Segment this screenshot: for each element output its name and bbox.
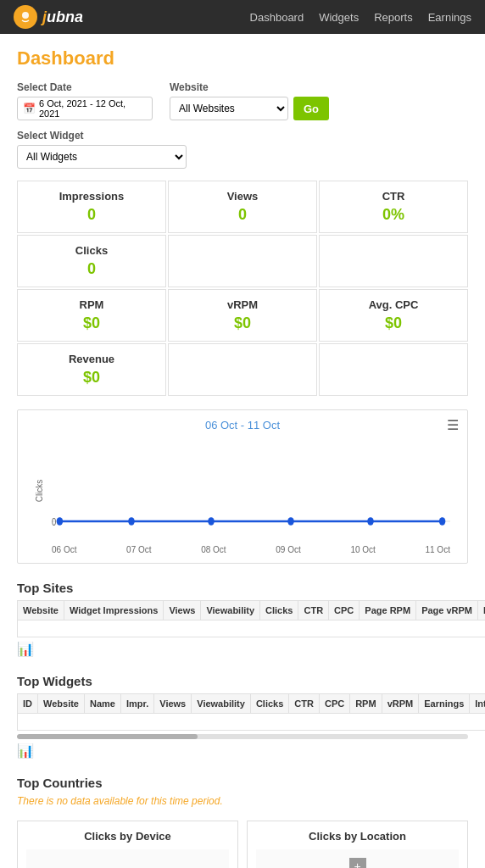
svg-point-4 — [128, 517, 135, 526]
clicks-by-device-area — [26, 849, 229, 868]
nav-widgets[interactable]: Widgets — [319, 11, 359, 24]
svg-text:0: 0 — [52, 516, 56, 527]
go-button[interactable]: Go — [293, 97, 329, 120]
clicks-placeholder-1 — [168, 235, 317, 287]
views-label: Views — [181, 190, 304, 203]
col-tw-ctr: CTR — [289, 694, 320, 714]
avg-cpc-value: $0 — [332, 314, 455, 332]
chart-date-range: 06 Oct - 11 Oct — [205, 419, 280, 431]
scroll-bar[interactable] — [17, 734, 468, 739]
clicks-by-location-area: + — [256, 849, 459, 868]
top-widgets-section: Top Widgets ID Website Name Impr. Views … — [17, 674, 468, 759]
impressions-label: Impressions — [30, 190, 153, 203]
rpm-value: $0 — [30, 314, 153, 332]
col-ctr: CTR — [298, 601, 329, 620]
logo-icon — [14, 5, 37, 29]
top-sites-export-icon[interactable]: 📊 — [17, 641, 34, 657]
svg-point-5 — [208, 517, 215, 526]
col-earnings: Earnings — [478, 601, 485, 620]
stats-row-3: RPM $0 vRPM $0 Avg. CPC $0 — [17, 289, 468, 342]
clicks-by-location-title: Clicks by Location — [256, 830, 459, 843]
col-tw-earnings: Earnings — [419, 694, 470, 714]
col-tw-rpm: RPM — [350, 694, 382, 714]
top-sites-empty-cell — [18, 620, 486, 637]
top-sites-empty-row — [18, 620, 486, 637]
stats-row-1: Impressions 0 Views 0 CTR 0% — [17, 181, 468, 233]
top-widgets-header-row: ID Website Name Impr. Views Viewability … — [18, 694, 486, 714]
main-content: Dashboard Select Date 📅 6 Oct, 2021 - 12… — [0, 34, 485, 868]
x-label-5: 11 Oct — [425, 545, 449, 554]
vrpm-label: vRPM — [181, 298, 304, 311]
col-page-vrpm: Page vRPM — [416, 601, 478, 620]
clicks-placeholder-2 — [319, 235, 468, 287]
col-tw-cpc: CPC — [319, 694, 349, 714]
logo-text: jubna — [42, 8, 83, 26]
date-input[interactable]: 📅 6 Oct, 2021 - 12 Oct, 2021 — [17, 97, 153, 120]
col-page-rpm: Page RPM — [360, 601, 416, 620]
date-value: 6 Oct, 2021 - 12 Oct, 2021 — [39, 98, 147, 119]
widget-select[interactable]: All Widgets — [17, 145, 187, 169]
widget-label: Select Widget — [17, 130, 84, 142]
chart-area: Clicks 0 — [52, 440, 450, 542]
chart-menu-icon[interactable]: ☰ — [447, 417, 459, 433]
logo: jubna — [14, 5, 83, 29]
col-tw-viewability: Viewability — [192, 694, 251, 714]
scroll-bar-inner — [17, 734, 198, 739]
chart-section: 06 Oct - 11 Oct ☰ Clicks 0 06 Oct 0 — [17, 409, 468, 564]
revenue-placeholder-2 — [319, 343, 468, 396]
svg-point-3 — [57, 517, 64, 526]
clicks-stat: Clicks 0 — [17, 235, 166, 287]
top-widgets-title: Top Widgets — [17, 674, 468, 688]
stats-row-2: Clicks 0 — [17, 235, 468, 287]
website-filter-group: Website All Websites Go — [170, 81, 329, 120]
x-label-1: 07 Oct — [126, 545, 151, 554]
col-viewability: Viewability — [201, 601, 260, 620]
chart-y-label: Clicks — [35, 480, 44, 503]
svg-point-7 — [367, 517, 374, 526]
top-countries-title: Top Countries — [17, 776, 468, 790]
calendar-icon: 📅 — [23, 103, 36, 114]
col-clicks: Clicks — [260, 601, 298, 620]
date-label: Select Date — [17, 81, 153, 93]
x-label-0: 06 Oct — [52, 545, 76, 554]
plus-button[interactable]: + — [349, 858, 366, 868]
revenue-stat: Revenue $0 — [17, 343, 166, 396]
svg-point-0 — [22, 12, 29, 19]
nav-dashboard[interactable]: Dashboard — [250, 11, 304, 24]
widget-filter-row: Select Widget All Widgets — [17, 129, 468, 169]
filters-row: Select Date 📅 6 Oct, 2021 - 12 Oct, 2021… — [17, 81, 468, 120]
nav-earnings[interactable]: Earnings — [428, 11, 471, 24]
col-id: ID — [18, 694, 38, 714]
avg-cpc-label: Avg. CPC — [332, 298, 455, 311]
col-widget-impressions: Widget Impressions — [64, 601, 163, 620]
top-sites-header-row: Website Widget Impressions Views Viewabi… — [18, 601, 486, 620]
revenue-value: $0 — [30, 369, 153, 387]
stats-section: Impressions 0 Views 0 CTR 0% Clicks 0 — [17, 181, 468, 396]
x-label-3: 09 Oct — [276, 545, 300, 554]
vrpm-value: $0 — [181, 314, 304, 332]
x-label-2: 08 Oct — [201, 545, 226, 554]
date-filter-group: Select Date 📅 6 Oct, 2021 - 12 Oct, 2021 — [17, 81, 153, 120]
no-data-text: There is no data available for this time… — [17, 795, 468, 807]
page-title: Dashboard — [17, 47, 468, 70]
website-row: All Websites Go — [170, 97, 329, 120]
ctr-stat: CTR 0% — [319, 181, 468, 233]
top-widgets-table: ID Website Name Impr. Views Viewability … — [17, 693, 485, 731]
nav-reports[interactable]: Reports — [374, 11, 413, 24]
top-widgets-empty-cell — [18, 714, 486, 731]
clicks-by-device-box: Clicks by Device — [17, 821, 238, 868]
top-sites-section: Top Sites Website Widget Impressions Vie… — [17, 581, 468, 657]
clicks-label: Clicks — [30, 244, 153, 257]
top-sites-table: Website Widget Impressions Views Viewabi… — [17, 600, 485, 637]
rpm-label: RPM — [30, 298, 153, 311]
website-select[interactable]: All Websites — [170, 97, 288, 120]
revenue-placeholder-1 — [168, 343, 317, 396]
chart-svg: 0 — [52, 440, 450, 542]
clicks-value: 0 — [30, 260, 153, 278]
impressions-value: 0 — [30, 206, 153, 224]
col-tw-vrpm: vRPM — [382, 694, 419, 714]
main-nav: Dashboard Widgets Reports Earnings — [250, 11, 471, 24]
col-name: Name — [84, 694, 120, 714]
website-label: Website — [170, 81, 329, 93]
top-widgets-export-icon[interactable]: 📊 — [17, 743, 34, 759]
